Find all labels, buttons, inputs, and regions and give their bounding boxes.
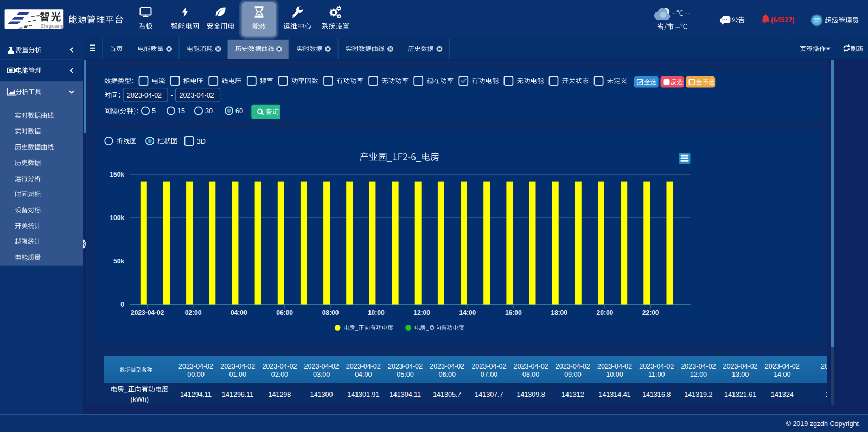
svg-text:2023-04-02: 2023-04-02 [681, 363, 716, 370]
svg-text:30: 30 [205, 107, 213, 115]
svg-text:2023-04-02: 2023-04-02 [471, 363, 506, 370]
svg-text:2023-04-02: 2023-04-02 [597, 363, 632, 370]
svg-text:08:00: 08:00 [522, 371, 539, 378]
svg-text:14:00: 14:00 [459, 309, 476, 317]
svg-text:0: 0 [120, 301, 124, 308]
svg-text:11:00: 11:00 [648, 371, 665, 378]
svg-text:18:00: 18:00 [551, 309, 567, 317]
svg-text:141324: 141324 [771, 391, 794, 398]
svg-text:20:00: 20:00 [597, 309, 614, 317]
svg-text:05:00: 05:00 [397, 371, 413, 378]
svg-text:2023-04-02: 2023-04-02 [723, 363, 758, 370]
svg-text:141304.11: 141304.11 [390, 391, 421, 398]
svg-text:12:00: 12:00 [690, 371, 707, 378]
svg-text:10:00: 10:00 [368, 309, 385, 317]
svg-text:-: - [170, 92, 173, 99]
svg-text:141316.8: 141316.8 [642, 391, 671, 398]
svg-text:100k: 100k [110, 214, 124, 222]
svg-text:2023-04-02: 2023-04-02 [556, 363, 590, 370]
svg-text:2023-04-02: 2023-04-02 [430, 363, 464, 370]
svg-text:13:00: 13:00 [732, 371, 749, 378]
svg-text:2023-04-02: 2023-04-02 [304, 363, 339, 370]
svg-text:07:00: 07:00 [481, 371, 497, 378]
svg-text:10:00: 10:00 [606, 371, 623, 378]
svg-text:2023-04-02: 2023-04-02 [178, 363, 213, 370]
svg-text:02:00: 02:00 [271, 371, 288, 378]
svg-text:2023-04-02: 2023-04-02 [514, 363, 548, 370]
svg-text:08:00: 08:00 [322, 309, 339, 317]
svg-text:141298: 141298 [269, 391, 291, 398]
svg-text:141319.2: 141319.2 [684, 391, 712, 398]
svg-text:03:00: 03:00 [313, 371, 330, 378]
svg-text:(64527): (64527) [771, 16, 794, 24]
svg-text:141312: 141312 [561, 391, 584, 398]
svg-text:2023-04-02: 2023-04-02 [639, 363, 674, 370]
svg-text:2023-04-02: 2023-04-02 [131, 309, 164, 317]
svg-text:00:00: 00:00 [187, 371, 204, 378]
svg-text:06:00: 06:00 [276, 309, 293, 317]
svg-text:141314.41: 141314.41 [598, 391, 630, 398]
svg-text:22:00: 22:00 [642, 309, 659, 317]
svg-text:Zhiguang: Zhiguang [41, 23, 64, 29]
svg-text:2023-04-02: 2023-04-02 [765, 363, 800, 370]
svg-text:02:00: 02:00 [185, 309, 202, 317]
svg-text:12:00: 12:00 [413, 309, 430, 317]
svg-text:2023-04-02: 2023-04-02 [220, 363, 255, 370]
svg-text:5: 5 [152, 107, 156, 115]
svg-text:04:00: 04:00 [231, 309, 247, 317]
svg-text:(kWh): (kWh) [131, 396, 149, 403]
svg-text:2023-04-02: 2023-04-02 [180, 92, 214, 99]
svg-text:2023-04-02: 2023-04-02 [346, 363, 381, 370]
svg-text:2023-04-02: 2023-04-02 [388, 363, 423, 370]
svg-text:01:00: 01:00 [229, 371, 246, 378]
svg-text:14:00: 14:00 [774, 371, 790, 378]
svg-text:06:00: 06:00 [439, 371, 456, 378]
svg-text:© 2019 zgzdh Copyright: © 2019 zgzdh Copyright [786, 420, 859, 428]
svg-text:2023-04-02: 2023-04-02 [127, 92, 162, 99]
svg-text:15: 15 [177, 107, 185, 115]
svg-text:141307.7: 141307.7 [475, 391, 503, 398]
svg-text:09:00: 09:00 [564, 371, 581, 378]
svg-text:50k: 50k [113, 257, 124, 265]
svg-text:141294.11: 141294.11 [180, 391, 212, 398]
svg-text:2023-04-02: 2023-04-02 [262, 363, 297, 370]
svg-text:150k: 150k [110, 171, 124, 178]
svg-text:141309.8: 141309.8 [517, 391, 545, 398]
svg-text:141300: 141300 [310, 391, 333, 398]
svg-text:141321.61: 141321.61 [724, 391, 756, 398]
svg-text:60: 60 [235, 107, 243, 115]
svg-text:16:00: 16:00 [505, 309, 522, 317]
svg-text:3D: 3D [197, 138, 206, 145]
svg-text:141305.7: 141305.7 [433, 391, 461, 398]
svg-text:141301.91: 141301.91 [347, 391, 379, 398]
svg-text:141296.11: 141296.11 [222, 391, 253, 398]
svg-text:04:00: 04:00 [355, 371, 372, 378]
